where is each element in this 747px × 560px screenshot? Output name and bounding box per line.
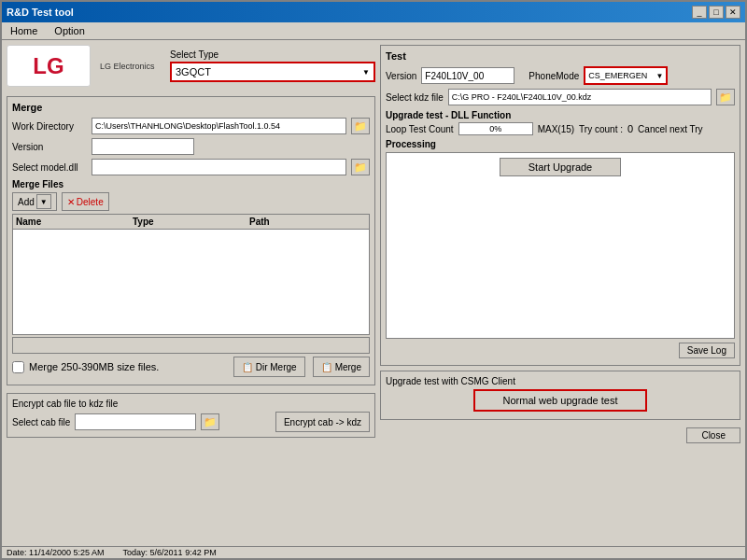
test-title: Test bbox=[386, 50, 735, 62]
add-dropdown-icon[interactable]: ▼ bbox=[36, 194, 51, 209]
csmg-section: Upgrade test with CSMG Client Normal web… bbox=[380, 371, 740, 420]
version-input[interactable] bbox=[92, 138, 194, 155]
add-button[interactable]: Add ▼ bbox=[12, 192, 57, 211]
merge-title: Merge bbox=[12, 102, 370, 113]
merge-action-buttons: 📋 Dir Merge 📋 Merge bbox=[233, 357, 370, 377]
select-type-label: Select Type bbox=[170, 49, 375, 60]
processing-area: Start Upgrade bbox=[386, 152, 735, 339]
merge-label: Merge bbox=[335, 362, 361, 372]
menu-home[interactable]: Home bbox=[7, 24, 41, 37]
right-panel: Test Version PhoneMode CS_EMERGEN ▼ Sele… bbox=[380, 45, 740, 541]
merge-toolbar: Add ▼ ✕ Delete bbox=[12, 192, 370, 211]
test-version-label: Version bbox=[386, 71, 416, 81]
kdz-label: Select kdz file bbox=[386, 92, 444, 103]
test-version-input[interactable] bbox=[421, 67, 514, 84]
delete-x-icon: ✕ bbox=[67, 197, 75, 207]
upgrade-dll-title: Upgrade test - DLL Function bbox=[386, 110, 511, 120]
try-label: Try count : bbox=[579, 124, 623, 134]
col-type: Type bbox=[133, 217, 249, 227]
add-label: Add bbox=[18, 197, 35, 207]
save-log-row: Save Log bbox=[386, 343, 735, 358]
cab-browse-button[interactable]: 📁 bbox=[201, 413, 219, 430]
start-upgrade-button[interactable]: Start Upgrade bbox=[500, 158, 621, 176]
menu-bar: Home Option bbox=[2, 22, 745, 40]
phone-mode-combo[interactable]: CS_EMERGEN ▼ bbox=[584, 66, 668, 85]
select-type-arrow-icon: ▼ bbox=[362, 68, 370, 77]
maximize-button[interactable]: □ bbox=[709, 6, 724, 19]
progress-row: Loop Test Count 0% MAX(15) Try count : 0… bbox=[386, 122, 735, 135]
max-label: MAX(15) bbox=[538, 124, 574, 134]
main-window: R&D Test tool _ □ ✕ Home Option LG LG El… bbox=[0, 0, 747, 560]
version-row: Version bbox=[12, 138, 370, 155]
lg-logo-text: LG bbox=[33, 53, 63, 79]
try-value: 0 bbox=[627, 123, 633, 134]
encrypt-title: Encrypt cab file to kdz file bbox=[12, 399, 370, 409]
menu-option[interactable]: Option bbox=[50, 24, 88, 37]
merge-files-table: Name Type Path bbox=[12, 214, 370, 335]
col-path: Path bbox=[249, 217, 366, 227]
test-group: Test Version PhoneMode CS_EMERGEN ▼ Sele… bbox=[380, 45, 740, 366]
work-directory-row: Work Directory 📁 bbox=[12, 118, 370, 134]
merge-size-label: Merge 250-390MB size files. bbox=[29, 361, 159, 372]
close-window-button[interactable]: ✕ bbox=[726, 6, 740, 19]
scrollbar[interactable] bbox=[12, 337, 370, 354]
status-date1: Date: 11/14/2000 5:25 AM bbox=[7, 548, 105, 557]
kdz-browse-button[interactable]: 📁 bbox=[716, 89, 735, 105]
select-cab-label: Select cab file bbox=[12, 417, 70, 427]
upgrade-dll-section: Upgrade test - DLL Function Loop Test Co… bbox=[386, 109, 735, 135]
kdz-row: Select kdz file 📁 bbox=[386, 89, 735, 105]
title-bar-buttons: _ □ ✕ bbox=[692, 6, 740, 19]
phone-mode-label: PhoneMode bbox=[529, 71, 579, 81]
encrypt-row: Select cab file 📁 Encrypt cab -> kdz bbox=[12, 412, 370, 432]
col-name: Name bbox=[16, 217, 133, 227]
work-directory-label: Work Directory bbox=[12, 121, 87, 132]
work-directory-browse-button[interactable]: 📁 bbox=[351, 118, 370, 134]
status-bar: Date: 11/14/2000 5:25 AM Today: 5/6/2011… bbox=[2, 546, 745, 558]
lg-logo: LG bbox=[7, 45, 91, 87]
dir-merge-button[interactable]: 📋 Dir Merge bbox=[233, 357, 305, 377]
phone-mode-value: CS_EMERGEN bbox=[588, 71, 647, 80]
select-model-dll-row: Select model.dll 📁 bbox=[12, 159, 370, 175]
merge-files-title: Merge Files bbox=[12, 179, 370, 189]
merge-size-checkbox[interactable] bbox=[12, 361, 24, 373]
select-model-dll-label: Select model.dll bbox=[12, 162, 87, 173]
loop-label: Loop Test Count bbox=[386, 124, 454, 134]
select-type-combo[interactable]: 3GQCT ▼ bbox=[170, 62, 375, 82]
cancel-label: Cancel next Try bbox=[638, 124, 702, 134]
csmg-title: Upgrade test with CSMG Client bbox=[386, 376, 735, 386]
table-header: Name Type Path bbox=[13, 215, 369, 230]
minimize-button[interactable]: _ bbox=[692, 6, 707, 19]
processing-label: Processing bbox=[386, 139, 735, 149]
merge-checkbox-row: Merge 250-390MB size files. 📋 Dir Merge … bbox=[12, 357, 370, 377]
merge-icon: 📋 bbox=[321, 362, 332, 372]
select-type-value: 3GQCT bbox=[176, 66, 211, 77]
progress-text: 0% bbox=[459, 123, 532, 134]
select-model-dll-browse-button[interactable]: 📁 bbox=[351, 159, 370, 175]
work-directory-input[interactable] bbox=[92, 118, 346, 134]
left-panel: LG LG Electronics Select Type 3GQCT ▼ Me… bbox=[7, 45, 375, 541]
close-button[interactable]: Close bbox=[686, 427, 740, 443]
merge-group: Merge Work Directory 📁 Version Select mo… bbox=[7, 96, 375, 385]
progress-bar: 0% bbox=[458, 122, 533, 135]
save-log-button[interactable]: Save Log bbox=[679, 343, 735, 358]
main-content: LG LG Electronics Select Type 3GQCT ▼ Me… bbox=[2, 40, 745, 546]
phone-mode-arrow-icon: ▼ bbox=[655, 72, 663, 80]
version-phonemode-row: Version PhoneMode CS_EMERGEN ▼ bbox=[386, 66, 735, 85]
normal-web-upgrade-button[interactable]: Normal web upgrade test bbox=[473, 389, 648, 412]
dir-merge-label: Dir Merge bbox=[256, 362, 297, 372]
encrypt-button[interactable]: Encrypt cab -> kdz bbox=[275, 412, 370, 432]
version-label: Version bbox=[12, 142, 87, 152]
status-date2: Today: 5/6/2011 9:42 PM bbox=[123, 548, 217, 557]
title-bar: R&D Test tool _ □ ✕ bbox=[2, 2, 745, 22]
kdz-input[interactable] bbox=[448, 89, 712, 105]
delete-button[interactable]: ✕ Delete bbox=[62, 192, 109, 211]
delete-label: Delete bbox=[77, 197, 104, 207]
cab-file-input[interactable] bbox=[75, 413, 196, 430]
close-row: Close bbox=[380, 427, 740, 443]
select-model-dll-input[interactable] bbox=[92, 159, 346, 175]
encrypt-section: Encrypt cab file to kdz file Select cab … bbox=[7, 393, 375, 438]
lg-subtitle: LG Electronics bbox=[100, 62, 155, 71]
select-type-section: Select Type 3GQCT ▼ bbox=[170, 49, 375, 82]
merge-button[interactable]: 📋 Merge bbox=[313, 357, 370, 377]
window-title: R&D Test tool bbox=[7, 7, 74, 18]
